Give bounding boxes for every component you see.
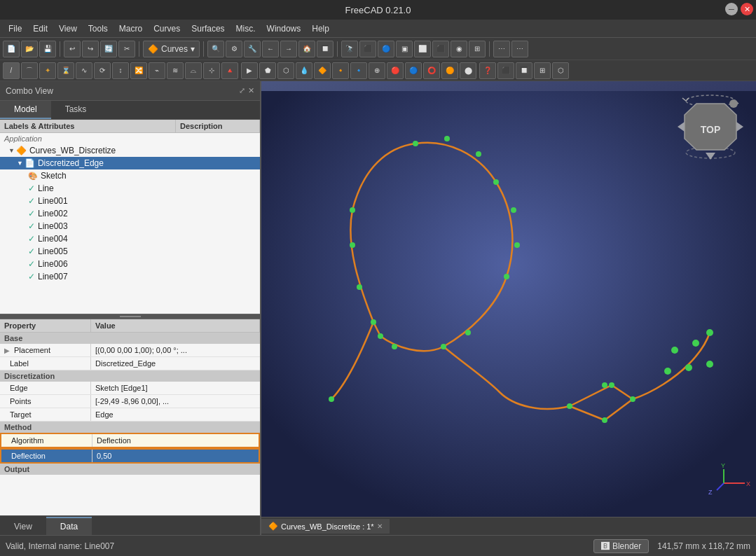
curve-tool-5[interactable]: ∿ <box>76 62 92 79</box>
prop-row-label[interactable]: Label Discretized_Edge <box>0 357 260 370</box>
view-btn-4[interactable]: ▣ <box>396 41 413 57</box>
curve-tool-2[interactable]: ⌒ <box>21 62 38 79</box>
menu-item-edit[interactable]: Edit <box>27 22 53 36</box>
refresh-button[interactable]: 🔄 <box>100 41 117 57</box>
workbench-dropdown[interactable]: 🔶 Curves ▾ <box>143 41 200 57</box>
curve-tool-30[interactable]: ⊞ <box>534 62 551 79</box>
curve-tool-13[interactable]: 🔺 <box>221 62 238 79</box>
tree-row-curves-wb[interactable]: ▼ 🔶 Curves_WB_Discretize <box>0 144 260 157</box>
cut-button[interactable]: ✂ <box>118 41 135 57</box>
tb-btn-2[interactable]: ⚙ <box>226 41 242 57</box>
tb-btn-3[interactable]: 🔧 <box>244 41 261 57</box>
curve-tool-16[interactable]: ⬡ <box>277 62 294 79</box>
curve-tool-26[interactable]: ⬤ <box>460 62 476 79</box>
undo-button[interactable]: ↩ <box>64 41 81 57</box>
viewport-tab[interactable]: 🔶 Curves_WB_Discretize : 1* ✕ <box>261 519 390 534</box>
tab-data[interactable]: Data <box>46 517 92 535</box>
tb-btn-7[interactable]: 🔲 <box>317 41 334 57</box>
tree-row-discretized-edge[interactable]: ▼ 📄 Discretized_Edge <box>0 157 260 169</box>
prop-row-target[interactable]: Target Edge <box>0 408 260 422</box>
tree-row-line005[interactable]: ✓ Line005 <box>0 245 260 258</box>
prop-row-algorithm[interactable]: Algorithm Deflection <box>0 433 260 448</box>
new-button[interactable]: 📄 <box>3 41 20 57</box>
tb-btn-5[interactable]: → <box>280 41 297 57</box>
curve-tool-14[interactable]: ▶ <box>241 62 258 79</box>
view-btn-7[interactable]: ◉ <box>451 41 467 57</box>
curve-tool-23[interactable]: 🔵 <box>405 62 422 79</box>
tab-tasks[interactable]: Tasks <box>51 101 101 119</box>
view-btn-2[interactable]: ⬛ <box>359 41 376 57</box>
tb-btn-6[interactable]: 🏠 <box>298 41 315 57</box>
tree-row-line004[interactable]: ✓ Line004 <box>0 232 260 245</box>
tb-btn-1[interactable]: 🔍 <box>207 41 224 57</box>
tree-row-sketch[interactable]: 🎨 Sketch <box>0 169 260 182</box>
view-btn-5[interactable]: ⬜ <box>414 41 431 57</box>
prop-row-points[interactable]: Points [-29,49 -8,96 0,00], ... <box>0 395 260 408</box>
menu-item-windows[interactable]: Windows <box>261 22 307 36</box>
curve-tool-29[interactable]: 🔲 <box>516 62 532 79</box>
navigation-cube[interactable]: TOP <box>672 88 749 165</box>
menu-item-surfaces[interactable]: Surfaces <box>186 22 230 36</box>
curve-tool-31[interactable]: ⬡ <box>552 62 569 79</box>
tab-view[interactable]: View <box>0 518 46 535</box>
view-btn-8[interactable]: ⊞ <box>469 41 486 57</box>
view-btn-1[interactable]: 🔭 <box>341 41 358 57</box>
redo-button[interactable]: ↪ <box>82 41 99 57</box>
curve-tool-8[interactable]: 🔀 <box>130 62 147 79</box>
menu-item-file[interactable]: File <box>3 22 27 36</box>
tree-area[interactable]: Labels & Attributes Description Applicat… <box>0 120 260 314</box>
curve-tool-18[interactable]: 🔶 <box>314 62 331 79</box>
menu-item-macro[interactable]: Macro <box>114 22 148 36</box>
curve-tool-11[interactable]: ⌓ <box>185 62 202 79</box>
combo-view-expand[interactable]: ⤢ <box>239 86 245 95</box>
curve-tool-1[interactable]: / <box>3 62 20 79</box>
tab-model[interactable]: Model <box>0 101 51 119</box>
more-btn-2[interactable]: ⋯ <box>511 41 528 57</box>
3d-viewport[interactable]: X Y Z TOP <box>261 81 756 535</box>
curve-tool-28[interactable]: ⬛ <box>497 62 514 79</box>
curve-tool-24[interactable]: ⭕ <box>423 62 440 79</box>
tree-row-line001[interactable]: ✓ Line001 <box>0 195 260 207</box>
combo-view-close[interactable]: ✕ <box>248 86 254 95</box>
menu-item-tools[interactable]: Tools <box>83 22 114 36</box>
prop-row-deflection[interactable]: Deflection 0,50 <box>0 448 260 464</box>
curve-tool-3[interactable]: ✦ <box>39 62 56 79</box>
curve-tool-12[interactable]: ⊹ <box>203 62 220 79</box>
curve-tool-4[interactable]: ⌛ <box>57 62 74 79</box>
menu-item-help[interactable]: Help <box>306 22 335 36</box>
tree-row-line002[interactable]: ✓ Line002 <box>0 207 260 220</box>
curve-tool-7[interactable]: ↕ <box>112 62 129 79</box>
curve-tool-25[interactable]: 🟠 <box>441 62 458 79</box>
blender-button[interactable]: 🅱 Blender <box>593 539 649 553</box>
curve-tool-10[interactable]: ≋ <box>167 62 184 79</box>
curve-tool-15[interactable]: ⬟ <box>259 62 276 79</box>
properties-area[interactable]: Property Value Base ▶ Placement [(0,00 0… <box>0 319 260 515</box>
prop-row-placement[interactable]: ▶ Placement [(0,00 0,00 1,00); 0,00 °; .… <box>0 344 260 357</box>
curve-tool-21[interactable]: ⊕ <box>369 62 385 79</box>
curve-tool-6[interactable]: ⟳ <box>94 62 111 79</box>
save-button[interactable]: 💾 <box>39 41 56 57</box>
viewport-tab-close[interactable]: ✕ <box>377 522 383 530</box>
panel-divider[interactable]: ----- <box>0 314 260 319</box>
close-button[interactable]: ✕ <box>741 3 753 15</box>
tree-row-line003[interactable]: ✓ Line003 <box>0 220 260 232</box>
more-btn-1[interactable]: ⋯ <box>493 41 510 57</box>
tree-row-line007[interactable]: ✓ Line007 <box>0 270 260 283</box>
curve-tool-22[interactable]: 🔴 <box>387 62 404 79</box>
open-button[interactable]: 📂 <box>21 41 38 57</box>
menu-item-view[interactable]: View <box>53 22 83 36</box>
prop-row-edge[interactable]: Edge Sketch [Edge1] <box>0 382 260 395</box>
menu-item-curves[interactable]: Curves <box>148 22 186 36</box>
menu-item-misc.[interactable]: Misc. <box>231 22 261 36</box>
curve-tool-20[interactable]: 🔹 <box>350 62 367 79</box>
tree-row-line[interactable]: ✓ Line <box>0 182 260 195</box>
view-btn-3[interactable]: 🔵 <box>378 41 394 57</box>
curve-tool-19[interactable]: 🔸 <box>332 62 349 79</box>
tree-row-line006[interactable]: ✓ Line006 <box>0 258 260 270</box>
curve-tool-9[interactable]: ⌁ <box>149 62 165 79</box>
view-btn-6[interactable]: ⬛ <box>432 41 449 57</box>
curve-tool-27[interactable]: ❓ <box>479 62 496 79</box>
tb-btn-4[interactable]: ← <box>262 41 279 57</box>
minimize-button[interactable]: ─ <box>725 3 738 15</box>
curve-tool-17[interactable]: 💧 <box>296 62 312 79</box>
